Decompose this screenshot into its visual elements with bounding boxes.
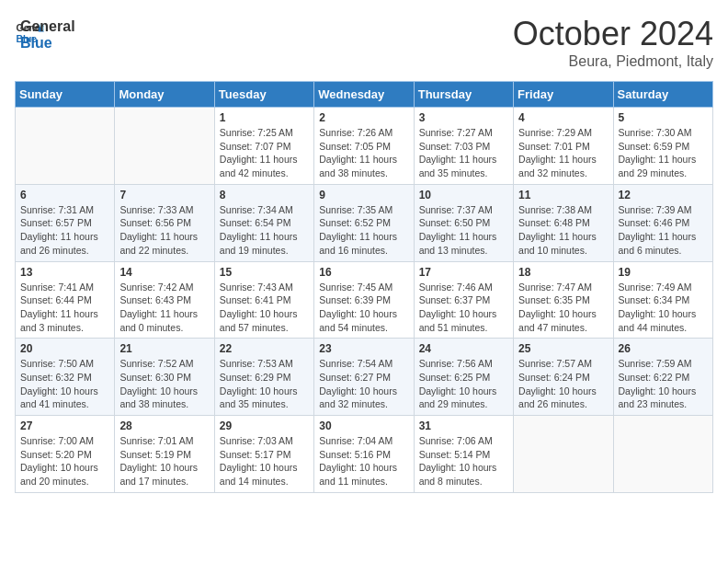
day-number: 15 xyxy=(220,266,309,279)
cell-info: Sunrise: 7:03 AMSunset: 5:17 PMDaylight:… xyxy=(220,434,309,488)
day-header-friday: Friday xyxy=(514,82,613,108)
logo: General Blue General Blue xyxy=(15,15,75,51)
day-header-sunday: Sunday xyxy=(16,82,115,108)
calendar-cell: 21Sunrise: 7:52 AMSunset: 6:30 PMDayligh… xyxy=(115,339,214,416)
day-number: 9 xyxy=(319,189,408,201)
calendar-cell: 18Sunrise: 7:47 AMSunset: 6:35 PMDayligh… xyxy=(514,261,613,339)
calendar-cell: 7Sunrise: 7:33 AMSunset: 6:56 PMDaylight… xyxy=(115,184,214,261)
day-number: 4 xyxy=(518,111,608,124)
calendar-table: SundayMondayTuesdayWednesdayThursdayFrid… xyxy=(15,81,713,493)
day-number: 19 xyxy=(619,266,708,279)
calendar-week-row: 13Sunrise: 7:41 AMSunset: 6:44 PMDayligh… xyxy=(16,261,713,339)
day-number: 16 xyxy=(319,266,408,279)
day-number: 1 xyxy=(220,111,309,124)
calendar-cell: 29Sunrise: 7:03 AMSunset: 5:17 PMDayligh… xyxy=(214,416,313,493)
day-number: 29 xyxy=(220,419,309,432)
calendar-cell xyxy=(514,416,613,493)
calendar-cell: 25Sunrise: 7:57 AMSunset: 6:24 PMDayligh… xyxy=(514,339,613,416)
calendar-cell: 30Sunrise: 7:04 AMSunset: 5:16 PMDayligh… xyxy=(314,416,414,493)
cell-info: Sunrise: 7:01 AMSunset: 5:19 PMDaylight:… xyxy=(119,434,209,488)
day-number: 10 xyxy=(419,189,508,201)
logo-blue: Blue xyxy=(20,35,75,52)
day-number: 27 xyxy=(20,419,109,432)
cell-info: Sunrise: 7:29 AMSunset: 7:01 PMDaylight:… xyxy=(518,126,608,180)
cell-info: Sunrise: 7:06 AMSunset: 5:14 PMDaylight:… xyxy=(419,434,508,488)
cell-info: Sunrise: 7:39 AMSunset: 6:46 PMDaylight:… xyxy=(619,203,708,258)
calendar-cell: 26Sunrise: 7:59 AMSunset: 6:22 PMDayligh… xyxy=(613,339,712,416)
calendar-week-row: 20Sunrise: 7:50 AMSunset: 6:32 PMDayligh… xyxy=(16,339,713,416)
calendar-cell: 2Sunrise: 7:26 AMSunset: 7:05 PMDaylight… xyxy=(314,108,414,185)
cell-info: Sunrise: 7:27 AMSunset: 7:03 PMDaylight:… xyxy=(419,126,508,180)
cell-info: Sunrise: 7:30 AMSunset: 6:59 PMDaylight:… xyxy=(619,126,708,180)
cell-info: Sunrise: 7:35 AMSunset: 6:52 PMDaylight:… xyxy=(319,203,408,258)
day-number: 13 xyxy=(20,266,109,279)
calendar-week-row: 1Sunrise: 7:25 AMSunset: 7:07 PMDaylight… xyxy=(16,108,713,185)
cell-info: Sunrise: 7:04 AMSunset: 5:16 PMDaylight:… xyxy=(319,434,408,488)
day-number: 11 xyxy=(518,189,608,201)
calendar-cell: 23Sunrise: 7:54 AMSunset: 6:27 PMDayligh… xyxy=(314,339,414,416)
day-number: 26 xyxy=(619,342,708,355)
calendar-cell: 14Sunrise: 7:42 AMSunset: 6:43 PMDayligh… xyxy=(115,261,214,339)
calendar-cell: 20Sunrise: 7:50 AMSunset: 6:32 PMDayligh… xyxy=(16,339,115,416)
calendar-cell: 4Sunrise: 7:29 AMSunset: 7:01 PMDaylight… xyxy=(514,108,613,185)
day-number: 28 xyxy=(119,419,209,432)
day-header-monday: Monday xyxy=(115,82,214,108)
day-number: 24 xyxy=(419,342,508,355)
calendar-cell xyxy=(115,108,214,185)
day-header-saturday: Saturday xyxy=(613,82,712,108)
day-number: 30 xyxy=(319,419,408,432)
day-number: 5 xyxy=(619,111,708,124)
cell-info: Sunrise: 7:57 AMSunset: 6:24 PMDaylight:… xyxy=(518,357,608,411)
day-number: 18 xyxy=(518,266,608,279)
day-header-thursday: Thursday xyxy=(414,82,513,108)
cell-info: Sunrise: 7:33 AMSunset: 6:56 PMDaylight:… xyxy=(119,203,209,258)
cell-info: Sunrise: 7:54 AMSunset: 6:27 PMDaylight:… xyxy=(319,357,408,411)
calendar-cell: 24Sunrise: 7:56 AMSunset: 6:25 PMDayligh… xyxy=(414,339,513,416)
cell-info: Sunrise: 7:37 AMSunset: 6:50 PMDaylight:… xyxy=(419,203,508,258)
cell-info: Sunrise: 7:26 AMSunset: 7:05 PMDaylight:… xyxy=(319,126,408,180)
day-number: 23 xyxy=(319,342,408,355)
day-number: 14 xyxy=(119,266,209,279)
day-number: 21 xyxy=(119,342,209,355)
day-number: 20 xyxy=(20,342,109,355)
day-number: 7 xyxy=(119,189,209,201)
cell-info: Sunrise: 7:47 AMSunset: 6:35 PMDaylight:… xyxy=(518,281,608,335)
month-title: October 2024 xyxy=(513,15,713,53)
calendar-cell: 31Sunrise: 7:06 AMSunset: 5:14 PMDayligh… xyxy=(414,416,513,493)
calendar-cell: 3Sunrise: 7:27 AMSunset: 7:03 PMDaylight… xyxy=(414,108,513,185)
calendar-cell: 27Sunrise: 7:00 AMSunset: 5:20 PMDayligh… xyxy=(16,416,115,493)
calendar-cell: 16Sunrise: 7:45 AMSunset: 6:39 PMDayligh… xyxy=(314,261,414,339)
cell-info: Sunrise: 7:38 AMSunset: 6:48 PMDaylight:… xyxy=(518,203,608,258)
cell-info: Sunrise: 7:00 AMSunset: 5:20 PMDaylight:… xyxy=(20,434,109,488)
calendar-cell xyxy=(16,108,115,185)
cell-info: Sunrise: 7:34 AMSunset: 6:54 PMDaylight:… xyxy=(220,203,309,258)
cell-info: Sunrise: 7:43 AMSunset: 6:41 PMDaylight:… xyxy=(220,281,309,335)
day-number: 12 xyxy=(619,189,708,201)
day-number: 17 xyxy=(419,266,508,279)
cell-info: Sunrise: 7:50 AMSunset: 6:32 PMDaylight:… xyxy=(20,357,109,411)
calendar-cell: 10Sunrise: 7:37 AMSunset: 6:50 PMDayligh… xyxy=(414,184,513,261)
calendar-cell: 17Sunrise: 7:46 AMSunset: 6:37 PMDayligh… xyxy=(414,261,513,339)
calendar-week-row: 27Sunrise: 7:00 AMSunset: 5:20 PMDayligh… xyxy=(16,416,713,493)
calendar-cell: 13Sunrise: 7:41 AMSunset: 6:44 PMDayligh… xyxy=(16,261,115,339)
cell-info: Sunrise: 7:41 AMSunset: 6:44 PMDaylight:… xyxy=(20,281,109,335)
day-number: 2 xyxy=(319,111,408,124)
calendar-cell: 11Sunrise: 7:38 AMSunset: 6:48 PMDayligh… xyxy=(514,184,613,261)
title-block: October 2024 Beura, Piedmont, Italy xyxy=(513,15,713,70)
day-number: 22 xyxy=(220,342,309,355)
day-header-wednesday: Wednesday xyxy=(314,82,414,108)
page-header: General Blue General Blue October 2024 B… xyxy=(15,15,713,70)
calendar-cell: 6Sunrise: 7:31 AMSunset: 6:57 PMDaylight… xyxy=(16,184,115,261)
calendar-header-row: SundayMondayTuesdayWednesdayThursdayFrid… xyxy=(16,82,713,108)
calendar-cell xyxy=(613,416,712,493)
cell-info: Sunrise: 7:49 AMSunset: 6:34 PMDaylight:… xyxy=(619,281,708,335)
day-header-tuesday: Tuesday xyxy=(214,82,313,108)
cell-info: Sunrise: 7:52 AMSunset: 6:30 PMDaylight:… xyxy=(119,357,209,411)
logo-general: General xyxy=(20,18,75,35)
day-number: 31 xyxy=(419,419,508,432)
cell-info: Sunrise: 7:53 AMSunset: 6:29 PMDaylight:… xyxy=(220,357,309,411)
day-number: 25 xyxy=(518,342,608,355)
cell-info: Sunrise: 7:45 AMSunset: 6:39 PMDaylight:… xyxy=(319,281,408,335)
cell-info: Sunrise: 7:46 AMSunset: 6:37 PMDaylight:… xyxy=(419,281,508,335)
calendar-cell: 9Sunrise: 7:35 AMSunset: 6:52 PMDaylight… xyxy=(314,184,414,261)
